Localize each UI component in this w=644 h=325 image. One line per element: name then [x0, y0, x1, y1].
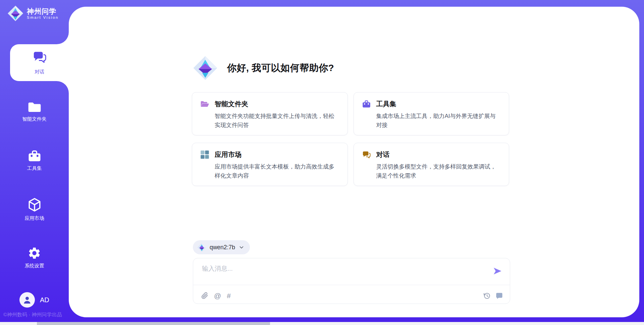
card-chat[interactable]: 对话 灵活切换多模型文件，支持多样回复效果调试，满足个性化需求 [354, 143, 509, 186]
avatar [19, 292, 35, 308]
sidebar-item-label: 工具集 [0, 165, 69, 172]
paperclip-icon [201, 292, 208, 299]
attach-file-button[interactable] [201, 292, 208, 299]
chat-bubbles-icon [362, 150, 371, 159]
sidebar-item-settings[interactable]: 系统设置 [0, 246, 69, 269]
brand-diamond-icon [197, 243, 206, 252]
brand-diamond-icon [7, 5, 23, 21]
send-icon [493, 266, 502, 276]
card-smart-folder[interactable]: 智能文件夹 智能文件夹功能支持批量文件上传与清洗，轻松实现文件问答 [192, 92, 348, 135]
card-description: 灵活切换多模型文件，支持多样回复效果调试，满足个性化需求 [376, 162, 501, 180]
horizontal-scrollbar-track [0, 322, 644, 325]
sidebar-item-app-market[interactable]: 应用市场 [0, 198, 69, 221]
sidebar-item-label: 系统设置 [0, 263, 69, 269]
history-button[interactable] [483, 292, 491, 300]
main-panel: 你好, 我可以如何帮助你? 智能文件夹 智能文件夹功能支持批量文件上传与清洗，轻… [69, 7, 639, 317]
composer-divider [193, 285, 510, 285]
person-icon [22, 295, 32, 305]
tab-fillet-top [57, 32, 69, 44]
toolbox-icon [28, 149, 42, 162]
card-description: 集成市场上主流工具，助力AI与外界无缝扩展与对接 [376, 112, 501, 130]
history-icon [483, 292, 491, 300]
user-account[interactable]: AD [19, 292, 49, 308]
sidebar-item-chat[interactable]: 对话 [10, 44, 69, 81]
feature-cards: 智能文件夹 智能文件夹功能支持批量文件上传与清洗，轻松实现文件问答 工具集 集成… [192, 92, 509, 186]
mention-icon: @ [214, 292, 221, 299]
card-app-market[interactable]: 应用市场 应用市场提供丰富长文本模板，助力高效生成多样化文章内容 [192, 143, 348, 186]
hash-icon: # [227, 292, 231, 299]
folder-open-icon [200, 100, 209, 109]
send-button[interactable] [492, 266, 502, 276]
greeting: 你好, 我可以如何帮助你? [193, 56, 334, 80]
sidebar-item-label: 对话 [35, 69, 44, 75]
card-title: 工具集 [376, 100, 396, 109]
tab-fillet-bottom [57, 81, 69, 93]
sidebar-item-toolset[interactable]: 工具集 [0, 149, 69, 172]
card-title: 智能文件夹 [215, 100, 248, 109]
app-subtitle: Smart Vision [27, 15, 59, 19]
card-title: 对话 [376, 150, 390, 159]
folder-icon [28, 101, 42, 113]
app-logo: 神州问学 Smart Vision [7, 5, 59, 21]
sidebar-item-label: 应用市场 [0, 215, 69, 221]
user-name: AD [40, 296, 49, 304]
sidebar-item-label: 智能文件夹 [0, 116, 69, 122]
horizontal-scrollbar-thumb[interactable] [37, 322, 270, 325]
briefcase-icon [362, 100, 371, 109]
cube-icon [28, 198, 42, 212]
sidebar-item-smart-folder[interactable]: 智能文件夹 [0, 101, 69, 122]
conversation-button[interactable] [495, 292, 503, 300]
brand-diamond-icon [193, 56, 218, 80]
model-name: qwen2:7b [210, 244, 235, 251]
composer-right-actions [483, 292, 503, 300]
card-toolset[interactable]: 工具集 集成市场上主流工具，助力AI与外界无缝扩展与对接 [354, 92, 509, 135]
model-selector[interactable]: qwen2:7b [193, 240, 250, 254]
comment-icon [495, 292, 503, 300]
message-composer: @ # [193, 258, 510, 304]
chevron-down-icon [238, 244, 245, 250]
card-title: 应用市场 [215, 150, 241, 159]
greeting-text: 你好, 我可以如何帮助你? [227, 62, 334, 74]
app-title: 神州问学 [27, 7, 59, 15]
chat-icon [32, 50, 47, 64]
card-description: 应用市场提供丰富长文本模板，助力高效生成多样化文章内容 [215, 162, 339, 180]
grid-icon [200, 150, 209, 159]
message-input[interactable] [202, 264, 484, 283]
composer-toolbar: @ # [201, 292, 231, 299]
copyright-text: ©神州数码 · 神州问学出品 [3, 312, 62, 318]
gear-icon [28, 246, 41, 260]
mention-button[interactable]: @ [214, 292, 221, 299]
card-description: 智能文件夹功能支持批量文件上传与清洗，轻松实现文件问答 [215, 112, 339, 130]
hashtag-button[interactable]: # [227, 292, 231, 299]
